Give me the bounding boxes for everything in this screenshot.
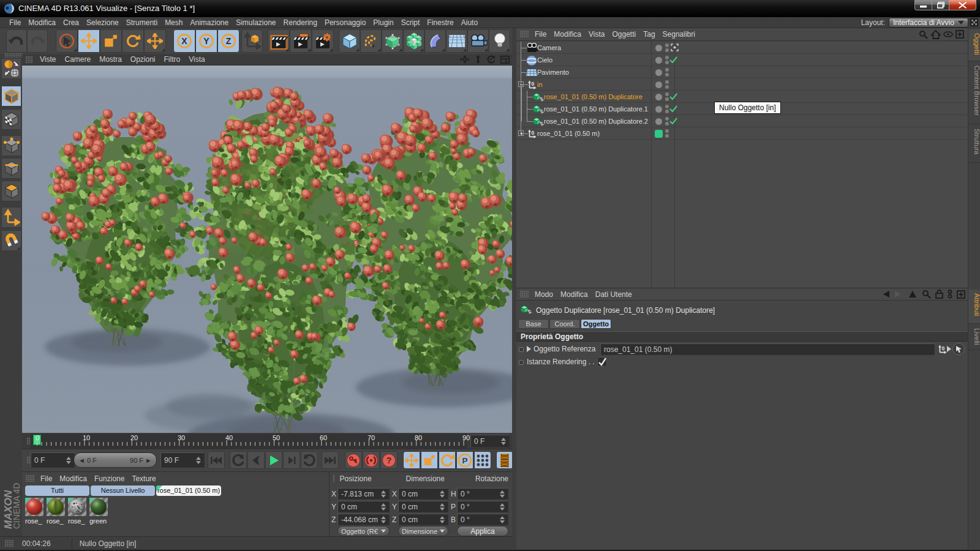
svg-text:X: X bbox=[181, 36, 187, 46]
svg-text:0: 0 bbox=[532, 130, 535, 136]
svg-text:0: 0 bbox=[532, 81, 535, 87]
svg-text:Y: Y bbox=[203, 36, 209, 46]
svg-text:CINEMA 4D: CINEMA 4D bbox=[12, 483, 20, 529]
svg-text:Z: Z bbox=[226, 36, 232, 46]
svg-text:0: 0 bbox=[942, 345, 945, 351]
svg-text:P: P bbox=[462, 456, 467, 465]
svg-text:?: ? bbox=[386, 455, 392, 465]
